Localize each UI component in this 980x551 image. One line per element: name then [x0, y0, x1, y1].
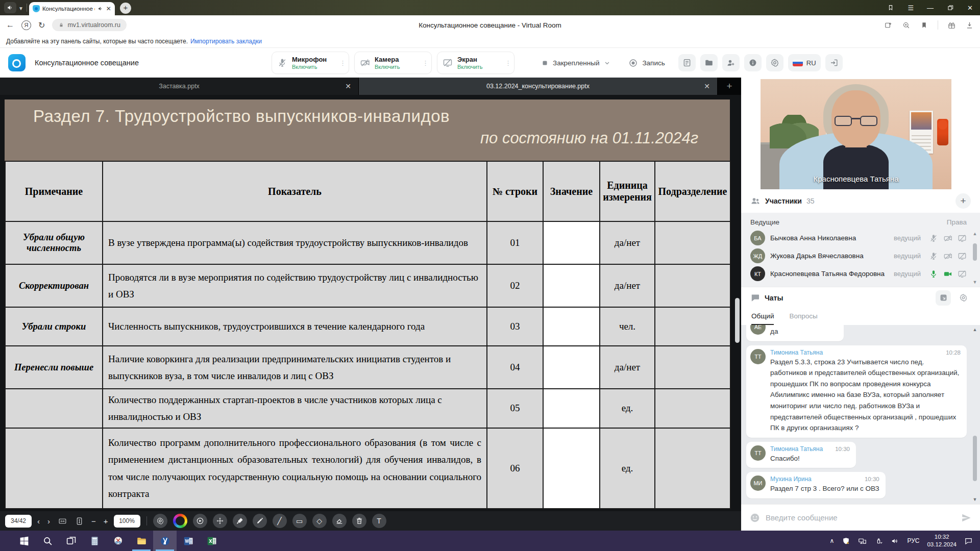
back-icon[interactable]: ← — [6, 20, 14, 30]
notifications-icon[interactable] — [964, 537, 973, 545]
bookmark-filled-icon[interactable] — [920, 21, 928, 30]
taskbar-yandex-button[interactable] — [153, 531, 177, 551]
tab-close-icon[interactable]: ✕ — [704, 82, 710, 90]
screen-off-icon[interactable] — [958, 234, 967, 243]
tab-close-icon[interactable]: ✕ — [106, 5, 111, 12]
camera-menu-icon[interactable]: ⋮ — [422, 59, 427, 67]
emoji-icon[interactable] — [749, 512, 761, 523]
reload-icon[interactable]: ↻ — [38, 20, 45, 30]
chat-settings-button[interactable] — [955, 290, 971, 306]
new-tab-button[interactable]: + — [120, 3, 131, 14]
message-input[interactable] — [766, 513, 955, 522]
laser-tool[interactable] — [193, 514, 207, 528]
tab-audio-icon[interactable] — [97, 6, 104, 12]
defender-icon[interactable] — [842, 537, 850, 545]
camera-off-icon[interactable] — [943, 252, 952, 261]
screen-share-button[interactable]: Экран Включить ⋮ — [437, 52, 514, 74]
notes-button[interactable] — [678, 54, 696, 71]
chevron-down-icon[interactable]: ▼ — [18, 6, 23, 11]
volume-icon[interactable] — [891, 537, 899, 545]
page-indicator[interactable]: 34/42 — [5, 515, 32, 528]
usb-icon[interactable] — [874, 537, 883, 545]
move-icon — [216, 517, 224, 525]
tile-add-icon[interactable] — [884, 21, 893, 30]
text-tool[interactable]: T — [372, 514, 386, 528]
camera-on-icon[interactable] — [943, 269, 952, 279]
network-icon[interactable] — [858, 537, 867, 545]
keyboard-language[interactable]: РУС — [907, 537, 919, 544]
add-participant-button[interactable]: + — [955, 193, 971, 209]
microphone-button[interactable]: Микрофон Включить ⋮ — [272, 52, 349, 74]
leave-button[interactable] — [825, 54, 843, 71]
zoom-level[interactable]: 100% — [114, 515, 140, 528]
yandex-icon[interactable]: Я — [21, 20, 31, 30]
import-bookmarks-link[interactable]: Импортировать закладки — [190, 38, 262, 45]
taskbar-excel-button[interactable] — [200, 531, 224, 551]
taskbar-start-button[interactable] — [12, 531, 36, 551]
taskbar-word-button[interactable] — [177, 531, 200, 551]
trash-tool[interactable] — [352, 514, 366, 528]
screen-off-icon[interactable] — [958, 252, 967, 261]
taskbar-explorer-button[interactable] — [130, 531, 153, 551]
camera-button[interactable]: Камера Включить ⋮ — [354, 52, 432, 74]
address-bar[interactable]: mv1.virtualroom.ru — [52, 19, 127, 31]
camera-off-icon[interactable] — [943, 234, 952, 243]
record-button[interactable]: Запись — [628, 58, 665, 68]
next-slide-icon[interactable]: › — [45, 517, 52, 525]
mic-menu-icon[interactable]: ⋮ — [339, 59, 345, 67]
chat-scrollbar[interactable]: ▲▼ — [972, 327, 978, 502]
restore-icon[interactable] — [947, 4, 954, 11]
taskbar-snipping-button[interactable] — [106, 531, 130, 551]
rect-tool[interactable]: ▭ — [292, 514, 307, 528]
pencil-tool[interactable] — [253, 514, 267, 528]
popout-chat-button[interactable] — [936, 290, 951, 306]
prev-slide-icon[interactable]: ‹ — [35, 517, 42, 525]
language-switch[interactable]: RU — [788, 54, 821, 71]
collections-icon[interactable] — [947, 21, 956, 30]
shape-tool[interactable]: ◇ — [312, 514, 327, 528]
files-button[interactable] — [700, 54, 718, 71]
invite-button[interactable] — [722, 54, 740, 71]
minimize-icon[interactable]: — — [927, 4, 934, 12]
info-button[interactable] — [744, 54, 762, 71]
rights-label[interactable]: Права — [947, 218, 967, 226]
tray-expand-icon[interactable]: ∧ — [830, 537, 835, 544]
tab-audio-button[interactable] — [4, 2, 16, 13]
screen-menu-icon[interactable]: ⋮ — [505, 59, 510, 67]
menu-icon[interactable]: ☰ — [908, 4, 914, 12]
send-icon[interactable] — [961, 512, 972, 523]
taskbar-calculator-button[interactable] — [83, 531, 106, 551]
taskbar-task-view-button[interactable] — [59, 531, 83, 551]
zoom-search-icon[interactable] — [902, 21, 911, 30]
tab-close-icon[interactable]: ✕ — [345, 82, 351, 90]
clock[interactable]: 10:32 03.12.2024 — [927, 533, 957, 548]
chat-tab-general[interactable]: Общий — [751, 308, 774, 325]
color-ring-tool[interactable] — [173, 514, 187, 528]
browser-tab[interactable]: Консультационное с ✕ — [29, 2, 115, 15]
zoom-in-icon[interactable]: + — [102, 517, 110, 525]
move-tool[interactable] — [213, 514, 227, 528]
close-icon[interactable]: ✕ — [967, 4, 973, 12]
download-icon[interactable] — [965, 21, 974, 30]
fit-width-icon[interactable] — [56, 514, 69, 528]
add-file-button[interactable]: + — [718, 78, 741, 95]
screen-off-icon[interactable] — [958, 269, 967, 279]
mic-on-icon[interactable] — [929, 269, 938, 279]
mic-off-icon[interactable] — [929, 252, 938, 261]
taskbar-search-button[interactable] — [36, 531, 59, 551]
zoom-out-icon[interactable]: − — [89, 517, 98, 525]
settings-button[interactable] — [766, 54, 783, 71]
fit-page-icon[interactable] — [72, 514, 86, 528]
tab-zastavka[interactable]: Заставка.pptx ✕ — [0, 78, 359, 95]
mic-off-icon[interactable] — [929, 234, 938, 243]
eraser-tool[interactable] — [332, 514, 347, 528]
bookmark-icon[interactable] — [887, 4, 894, 11]
line-tool[interactable]: ╱ — [273, 514, 287, 528]
participants-scrollbar[interactable]: ▲▼ — [972, 231, 977, 282]
layout-select[interactable]: Закрепленный — [541, 59, 611, 67]
chat-tab-questions[interactable]: Вопросы — [789, 308, 817, 325]
tab-konsultirovanie[interactable]: 03.12.2024_консультирование.pptx ✕ — [359, 78, 718, 95]
gear-tool[interactable] — [153, 514, 167, 528]
slide-scrollbar[interactable] — [735, 298, 740, 343]
brush-tool[interactable] — [233, 514, 247, 528]
